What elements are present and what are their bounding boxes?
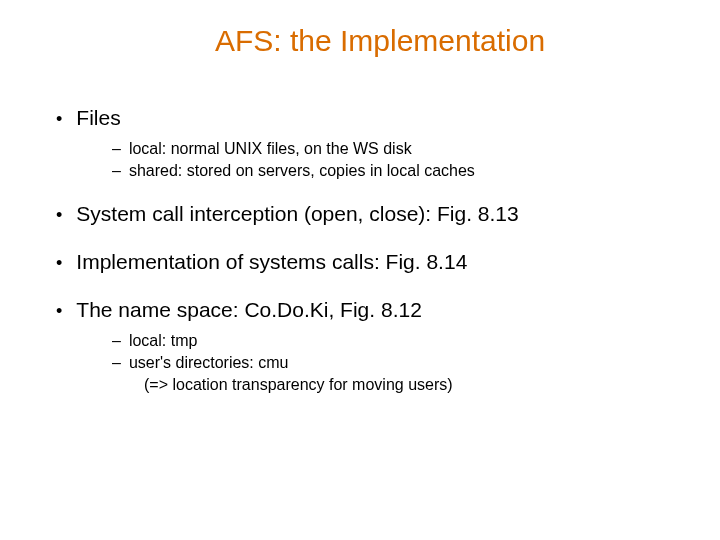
sub-label: local: normal UNIX files, on the WS disk <box>129 138 412 160</box>
bullet-namespace: • The name space: Co.Do.Ki, Fig. 8.12 <box>56 298 664 324</box>
sub-item: – user's directories: cmu <box>112 352 664 374</box>
sub-list-namespace: – local: tmp – user's directories: cmu (… <box>112 330 664 396</box>
sub-item: – shared: stored on servers, copies in l… <box>112 160 664 182</box>
bullet-dot-icon: • <box>56 298 62 324</box>
bullet-dot-icon: • <box>56 106 62 132</box>
dash-icon: – <box>112 138 121 160</box>
dash-icon: – <box>112 352 121 374</box>
sub-item: – local: normal UNIX files, on the WS di… <box>112 138 664 160</box>
sub-label: user's directories: cmu <box>129 352 289 374</box>
sub-label: local: tmp <box>129 330 197 352</box>
sub-list-files: – local: normal UNIX files, on the WS di… <box>112 138 664 182</box>
bullet-list: • Files – local: normal UNIX files, on t… <box>56 106 664 396</box>
bullet-label: Files <box>76 106 120 130</box>
bullet-syscall-intercept: • System call interception (open, close)… <box>56 202 664 228</box>
bullet-label: Implementation of systems calls: Fig. 8.… <box>76 250 467 274</box>
slide-title: AFS: the Implementation <box>96 24 664 58</box>
bullet-syscall-impl: • Implementation of systems calls: Fig. … <box>56 250 664 276</box>
sub-item: – local: tmp <box>112 330 664 352</box>
sub-label: shared: stored on servers, copies in loc… <box>129 160 475 182</box>
bullet-label: System call interception (open, close): … <box>76 202 518 226</box>
bullet-dot-icon: • <box>56 202 62 228</box>
dash-icon: – <box>112 160 121 182</box>
bullet-label: The name space: Co.Do.Ki, Fig. 8.12 <box>76 298 422 322</box>
bullet-dot-icon: • <box>56 250 62 276</box>
sub-indent-note: (=> location transparency for moving use… <box>144 374 664 396</box>
dash-icon: – <box>112 330 121 352</box>
bullet-files: • Files <box>56 106 664 132</box>
